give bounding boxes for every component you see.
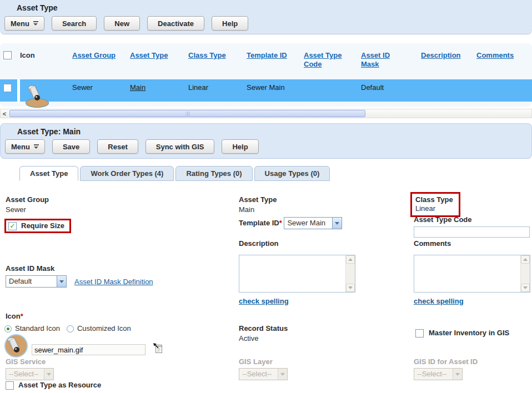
column-header-comments[interactable]: Comments [476, 51, 514, 60]
column-header-class-type[interactable]: Class Type [188, 51, 226, 60]
row-cell-description [421, 79, 476, 102]
gis-id-selected-value: --Select-- [414, 369, 453, 380]
chevron-down-icon [523, 286, 528, 289]
template-id-selected-value: Sewer Main [284, 218, 332, 229]
scroll-left-button[interactable]: < [1, 109, 8, 118]
asset-type-as-resource-checkbox[interactable] [6, 381, 14, 390]
customized-icon-radio[interactable] [67, 325, 74, 332]
gis-service-select: --Select-- [6, 368, 54, 380]
scroll-up-button[interactable] [346, 255, 355, 264]
asset-type-code-input[interactable] [414, 226, 530, 238]
row-cell-asset-type-code [304, 79, 361, 102]
comments-check-spelling-link[interactable]: check spelling [414, 297, 464, 305]
chevron-left-icon: < [3, 110, 6, 117]
search-button[interactable]: Search [52, 16, 97, 31]
standard-icon-radio[interactable] [4, 325, 12, 332]
column-header-asset-id-mask[interactable]: Asset ID Mask [361, 51, 395, 69]
sync-with-gis-button[interactable]: Sync with GIS [145, 139, 215, 154]
asset-type-value: Main [239, 205, 277, 214]
row-link-asset-type[interactable]: Main [130, 83, 145, 92]
description-textarea[interactable] [239, 255, 355, 293]
chevron-down-icon [348, 286, 353, 289]
menu-button[interactable]: Menu [4, 16, 44, 31]
comments-textarea[interactable] [414, 255, 530, 293]
chevron-up-icon [348, 258, 353, 261]
column-header-asset-type-code[interactable]: Asset Type Code [304, 51, 348, 69]
asset-id-mask-definition-link[interactable]: Asset ID Mask Definition [74, 278, 153, 286]
tab-work-order-types[interactable]: Work Order Types (4) [80, 166, 174, 181]
scrollbar-thumb[interactable] [9, 110, 365, 117]
detail-title: Asset Type: Main [17, 127, 81, 136]
annotation-class-type: Class Type Linear [410, 192, 460, 217]
grid-header-row: Icon Asset Group Asset Type Class Type T… [0, 43, 532, 79]
chevron-down-icon [59, 280, 64, 283]
tab-asset-type[interactable]: Asset Type [19, 166, 78, 181]
row-cell-asset-id-mask: Default [361, 79, 421, 102]
detail-toolbar: Menu Save Reset Sync with GIS Help [5, 139, 259, 154]
chevron-down-icon [455, 373, 460, 376]
detail-panel-header: Asset Type: Main Menu Save Reset Sync wi… [0, 123, 532, 159]
template-id-select[interactable]: Sewer Main [284, 217, 342, 229]
detail-tabs: Asset Type Work Order Types (4) Rating T… [0, 166, 532, 181]
asset-type-label: Asset Type [239, 195, 277, 204]
column-header-asset-type[interactable]: Asset Type [130, 51, 168, 60]
reset-button[interactable]: Reset [97, 139, 138, 154]
description-check-spelling-link[interactable]: check spelling [239, 297, 289, 305]
gis-id-for-asset-id-select: --Select-- [414, 368, 463, 380]
chevron-down-icon [280, 373, 285, 376]
textarea-scrollbar [520, 255, 530, 292]
browse-icon-button[interactable] [153, 343, 163, 356]
select-arrow-button[interactable] [332, 218, 342, 229]
detail-menu-button-label: Menu [11, 143, 30, 151]
asset-type-form: Asset Group Sewer Require Size Asset ID … [0, 181, 532, 393]
scrollbar-track[interactable] [8, 109, 531, 118]
asset-id-mask-label: Asset ID Mask [6, 264, 153, 273]
description-label: Description [239, 239, 355, 248]
row-cell-asset-group: Sewer [72, 79, 130, 102]
scroll-down-button[interactable] [521, 284, 530, 292]
file-open-icon [153, 343, 163, 354]
tab-rating-types[interactable]: Rating Types (0) [175, 166, 252, 181]
chevron-down-icon [335, 222, 339, 225]
gis-id-for-asset-id-label: GIS ID for Asset ID [414, 357, 478, 366]
deactivate-button[interactable]: Deactivate [147, 16, 204, 31]
select-arrow-button [44, 369, 53, 380]
select-all-checkbox[interactable] [3, 51, 12, 59]
asset-type-as-resource-label: Asset Type as Resource [18, 381, 101, 390]
select-arrow-button[interactable] [57, 276, 66, 287]
template-id-label: Template ID [239, 219, 279, 227]
master-inventory-in-gis-checkbox[interactable] [415, 329, 424, 337]
detail-menu-button[interactable]: Menu [5, 139, 45, 154]
column-header-template-id[interactable]: Template ID [247, 51, 287, 60]
gis-service-selected-value: --Select-- [6, 369, 44, 380]
gis-layer-select: --Select-- [239, 368, 288, 380]
tab-usage-types[interactable]: Usage Types (0) [254, 166, 330, 181]
row-cell-class-type: Linear [188, 79, 247, 102]
class-type-label: Class Type [415, 195, 453, 204]
column-header-description[interactable]: Description [421, 51, 461, 60]
select-arrow-button [278, 369, 287, 380]
row-cell-comments [476, 79, 532, 102]
new-button[interactable]: New [104, 16, 140, 31]
scroll-down-button[interactable] [346, 284, 355, 292]
row-checkbox[interactable] [3, 84, 12, 92]
horizontal-scrollbar[interactable]: < [0, 109, 532, 118]
icon-filename-input[interactable] [32, 344, 145, 355]
asset-id-mask-select[interactable]: Default [6, 275, 67, 288]
record-status-label: Record Status [239, 324, 288, 333]
require-size-checkbox[interactable] [8, 222, 17, 230]
table-row-selected[interactable]: Sewer Main Linear Sewer Main Default [0, 79, 532, 102]
required-asterisk: * [21, 312, 23, 320]
select-arrow-button [453, 369, 462, 380]
page-title: Asset Type [17, 3, 58, 12]
customized-icon-label: Customized Icon [77, 324, 131, 333]
icon-label: Icon [6, 312, 21, 320]
scroll-up-button[interactable] [521, 255, 530, 264]
chevron-up-icon [523, 258, 528, 261]
column-header-asset-group[interactable]: Asset Group [72, 51, 116, 60]
list-panel-header: Asset Type Menu Search New Deactivate He… [0, 0, 532, 34]
help-button[interactable]: Help [212, 16, 248, 31]
detail-help-button[interactable]: Help [222, 139, 258, 154]
save-button[interactable]: Save [52, 139, 90, 154]
results-grid: Icon Asset Group Asset Type Class Type T… [0, 43, 532, 107]
